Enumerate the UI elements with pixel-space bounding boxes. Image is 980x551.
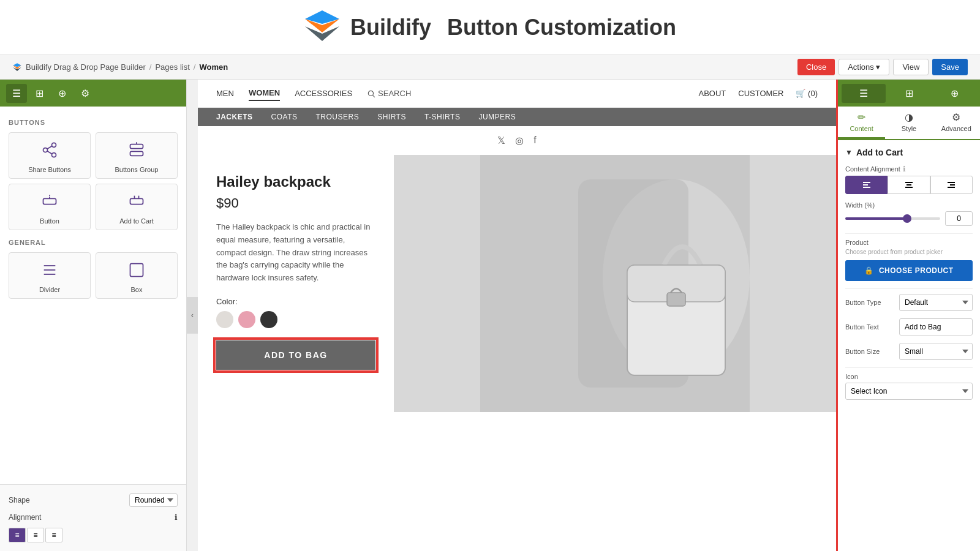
facebook-icon[interactable]: f: [533, 135, 536, 146]
alignment-buttons-right: [845, 176, 973, 194]
icon-row: Icon Select Icon Cart Bag Heart: [845, 373, 973, 400]
align-center-button[interactable]: ≡: [27, 528, 44, 542]
breadcrumb-pages[interactable]: Pages list: [155, 62, 189, 72]
nav-cart[interactable]: 🛒 (0): [796, 89, 818, 98]
app-title: Button Customization: [447, 15, 676, 40]
subtab-advanced-label: Advanced: [941, 125, 971, 132]
color-swatch-beige[interactable]: [216, 311, 233, 328]
subnav-coats[interactable]: COATS: [271, 113, 298, 121]
button-type-select[interactable]: Default Primary Secondary Danger: [899, 294, 973, 311]
box-icon: [128, 261, 145, 282]
align-center-btn[interactable]: [888, 176, 930, 194]
nav-search[interactable]: SEARCH: [367, 89, 411, 98]
widget-button[interactable]: Button: [9, 184, 91, 230]
instagram-icon[interactable]: ◎: [515, 135, 524, 146]
store-nav-top: MEN WOMEN ACCESSORIES SEARCH ABOUT CUSTO…: [216, 80, 818, 107]
button-size-select[interactable]: Small Medium Large: [899, 343, 973, 360]
left-tab-tree[interactable]: ⊕: [52, 84, 72, 103]
right-tab-menu[interactable]: ☰: [842, 84, 886, 103]
subnav-shirts[interactable]: SHIRTS: [377, 113, 406, 121]
lock-icon: 🔒: [864, 266, 874, 275]
align-right-button[interactable]: ≡: [45, 528, 62, 542]
buildify-icon: [12, 62, 22, 72]
divider-2: [845, 288, 973, 289]
svg-rect-22: [130, 264, 143, 277]
subtab-content-label: Content: [850, 125, 873, 132]
close-button[interactable]: Close: [797, 59, 835, 75]
left-tab-settings[interactable]: ⚙: [75, 84, 96, 103]
product-hint: Choose product from product picker: [845, 249, 973, 255]
subnav-jumpers[interactable]: JUMPERS: [478, 113, 516, 121]
nav-accessories[interactable]: ACCESSORIES: [295, 86, 352, 100]
svg-point-7: [43, 148, 48, 152]
canvas-area: MEN WOMEN ACCESSORIES SEARCH ABOUT CUSTO…: [198, 80, 836, 551]
divider-label: Divider: [39, 286, 60, 293]
svg-point-23: [368, 91, 373, 96]
right-subtab-content[interactable]: ✏ Content: [838, 107, 885, 139]
style-icon: ◑: [905, 111, 913, 123]
top-bar: Buildify Drag & Drop Page Builder / Page…: [0, 55, 980, 80]
width-slider-row: [845, 211, 973, 226]
twitter-icon[interactable]: 𝕏: [497, 135, 505, 146]
widget-divider[interactable]: Divider: [9, 252, 91, 299]
buttons-group-label: Buttons Group: [115, 166, 159, 173]
shape-select[interactable]: Rounded Square Pill: [129, 493, 178, 507]
svg-point-8: [52, 153, 56, 157]
nav-women[interactable]: WOMEN: [249, 86, 280, 101]
view-button[interactable]: View: [893, 59, 929, 75]
width-slider-track[interactable]: [845, 217, 940, 220]
nav-men[interactable]: MEN: [216, 86, 234, 100]
add-to-bag-button[interactable]: ADD TO BAG: [216, 340, 375, 370]
color-swatch-black[interactable]: [260, 311, 277, 328]
canvas-scroll-arrow[interactable]: ‹: [187, 297, 198, 334]
width-input[interactable]: [945, 211, 973, 226]
breadcrumb-builder[interactable]: Buildify Drag & Drop Page Builder: [26, 62, 146, 72]
product-name: Hailey backpack: [216, 173, 375, 190]
subnav-jackets[interactable]: JACKETS: [216, 113, 253, 121]
width-label: Width (%): [845, 201, 973, 209]
nav-links: MEN WOMEN ACCESSORIES SEARCH: [216, 86, 411, 101]
widget-buttons-group[interactable]: Buttons Group: [96, 132, 178, 179]
share-buttons-label: Share Buttons: [28, 166, 71, 173]
right-subtab-advanced[interactable]: ⚙ Advanced: [933, 107, 980, 139]
svg-rect-35: [907, 184, 911, 186]
save-button[interactable]: Save: [932, 59, 968, 75]
widget-add-to-cart[interactable]: Add to Cart: [96, 184, 178, 230]
left-tab-grid[interactable]: ⊞: [29, 84, 50, 103]
right-tab-tree[interactable]: ⊕: [932, 84, 976, 103]
align-right-btn[interactable]: [930, 176, 973, 194]
align-left-btn[interactable]: [845, 176, 888, 194]
icon-label: Icon: [845, 373, 973, 380]
widget-share-buttons[interactable]: Share Buttons: [9, 132, 91, 179]
width-slider-thumb[interactable]: [903, 214, 911, 223]
subnav-trousers[interactable]: TROUSERS: [315, 113, 359, 121]
widget-box[interactable]: Box: [96, 252, 178, 299]
left-panel-content: BUTTONS Share Buttons Buttons Group: [0, 107, 186, 484]
right-panel: ☰ ⊞ ⊕ ✏ Content ◑ Style ⚙ Advanced ▼ Add…: [836, 80, 980, 551]
right-tab-grid[interactable]: ⊞: [887, 84, 931, 103]
app-header: Buildify Button Customization: [0, 0, 980, 55]
color-swatch-pink[interactable]: [238, 311, 255, 328]
choose-product-button[interactable]: 🔒 CHOOSE PRODUCT: [845, 260, 973, 281]
subnav-tshirts[interactable]: T-SHIRTS: [424, 113, 460, 121]
app-logo: Buildify Button Customization: [304, 9, 676, 46]
nav-about[interactable]: ABOUT: [699, 89, 726, 98]
svg-rect-14: [43, 198, 56, 204]
shape-row: Shape Rounded Square Pill: [9, 493, 178, 507]
add-to-cart-label: Add to Cart: [119, 217, 154, 225]
icon-select[interactable]: Select Icon Cart Bag Heart: [845, 383, 973, 400]
right-subtab-style[interactable]: ◑ Style: [885, 107, 932, 139]
svg-rect-37: [948, 182, 955, 183]
svg-point-6: [52, 143, 56, 147]
nav-customer[interactable]: CUSTOMER: [738, 89, 783, 98]
button-type-label: Button Type: [845, 299, 881, 306]
left-tab-menu[interactable]: ☰: [6, 84, 27, 103]
product-price: $90: [216, 195, 375, 211]
button-text-input[interactable]: [899, 318, 973, 335]
actions-button[interactable]: Actions ▾: [839, 59, 889, 75]
general-section-label: GENERAL: [9, 239, 178, 246]
align-left-button[interactable]: ≡: [9, 528, 26, 542]
alignment-info-icon: ℹ: [175, 513, 178, 522]
section-toggle-arrow[interactable]: ▼: [845, 148, 853, 157]
content-icon: ✏: [858, 111, 865, 123]
